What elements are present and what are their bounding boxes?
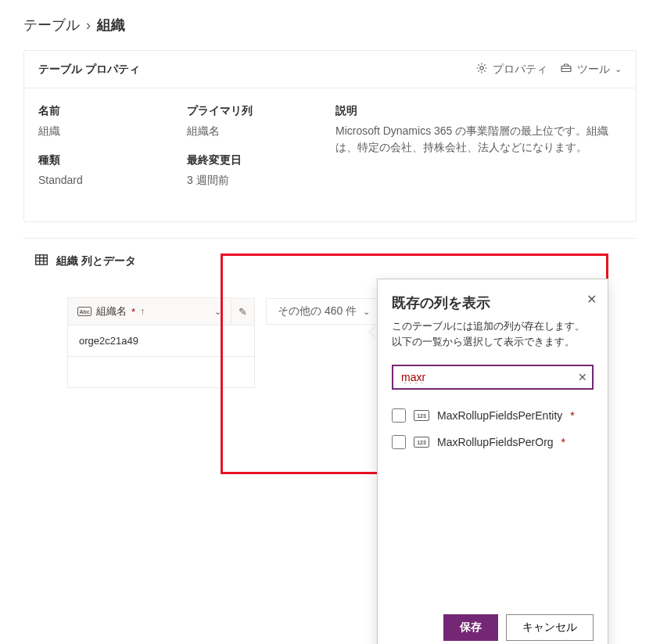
save-button[interactable]: 保存 xyxy=(443,614,498,641)
primary-label: プライマリ列 xyxy=(187,104,335,118)
columns-data-title: 組織 列とデータ xyxy=(56,254,136,268)
panel-search-wrap: ✕ xyxy=(378,357,608,398)
panel-search: ✕ xyxy=(392,365,594,390)
svg-point-0 xyxy=(480,67,483,70)
type-label: 種類 xyxy=(38,153,187,167)
search-input[interactable] xyxy=(392,365,594,390)
tools-action[interactable]: ツール ⌄ xyxy=(560,62,622,77)
modified-value: 3 週間前 xyxy=(187,172,335,189)
required-indicator: * xyxy=(570,409,574,422)
toolbox-icon xyxy=(560,62,572,77)
card-body: 名前 組織 種類 Standard プライマリ列 組織名 最終変更日 3 週間前… xyxy=(24,88,636,221)
cancel-button[interactable]: キャンセル xyxy=(506,614,594,641)
table-row-empty[interactable] xyxy=(67,357,255,388)
close-icon: ✕ xyxy=(578,371,587,383)
column-header-orgname[interactable]: Abc 組織名 * ↑ ⌄ xyxy=(67,297,231,326)
svg-rect-2 xyxy=(36,255,48,264)
close-icon: ✕ xyxy=(586,293,597,306)
other-columns-button[interactable]: その他の 460 件 ⌄ xyxy=(266,298,382,325)
card-header: テーブル プロパティ プロパティ ツール xyxy=(24,51,636,88)
name-label: 名前 xyxy=(38,104,187,118)
type-value: Standard xyxy=(38,172,187,189)
pencil-icon: ✎ xyxy=(239,306,247,318)
column-header-label: 組織名 xyxy=(96,304,127,318)
gear-icon xyxy=(475,62,488,77)
callout-tip xyxy=(371,326,377,338)
number-type-icon: 123 xyxy=(414,437,429,448)
required-indicator: * xyxy=(561,436,565,448)
panel-title: 既存の列を表示 xyxy=(392,293,594,312)
card-actions: プロパティ ツール ⌄ xyxy=(475,62,622,77)
clear-search-button[interactable]: ✕ xyxy=(578,371,587,383)
close-button[interactable]: ✕ xyxy=(586,292,597,307)
list-item[interactable]: 123 MaxRollupFieldsPerOrg * xyxy=(392,429,594,455)
list-item[interactable]: 123 MaxRollupFieldsPerEntity * xyxy=(392,402,594,429)
chevron-down-icon: ⌄ xyxy=(615,64,622,74)
panel-list: 123 MaxRollupFieldsPerEntity * 123 MaxRo… xyxy=(378,398,608,603)
name-value: 組織 xyxy=(38,123,187,139)
columns-data-header: 組織 列とデータ xyxy=(23,246,637,275)
primary-value: 組織名 xyxy=(187,123,335,139)
column-label: MaxRollupFieldsPerEntity xyxy=(437,409,562,422)
modified-label: 最終変更日 xyxy=(187,153,335,167)
panel-footer: 保存 キャンセル xyxy=(378,603,608,644)
data-area: Abc 組織名 * ↑ ⌄ ✎ その他の 460 件 ⌄ orge2c21a49 xyxy=(23,275,637,644)
column-checkbox[interactable] xyxy=(392,408,406,423)
desc-value: Microsoft Dynamics 365 の事業階層の最上位です。組織は、特… xyxy=(335,123,622,156)
text-type-icon: Abc xyxy=(77,307,91,316)
show-existing-columns-panel: 既存の列を表示 ✕ このテーブルには追加の列が存在します。以下の一覧から選択して… xyxy=(377,279,608,644)
column-label: MaxRollupFieldsPerOrg xyxy=(437,436,554,448)
required-indicator: * xyxy=(131,306,135,318)
column-checkbox[interactable] xyxy=(392,435,406,449)
card-title: テーブル プロパティ xyxy=(38,63,140,77)
number-type-icon: 123 xyxy=(414,410,429,421)
breadcrumb-current: 組織 xyxy=(97,16,125,34)
tools-label: ツール xyxy=(577,63,610,77)
edit-column-button[interactable]: ✎ xyxy=(231,298,255,326)
properties-label: プロパティ xyxy=(493,63,547,77)
table-properties-card: テーブル プロパティ プロパティ ツール xyxy=(23,50,637,222)
table-icon xyxy=(34,253,48,269)
sort-ascending-icon: ↑ xyxy=(140,306,145,317)
other-columns-wrap: その他の 460 件 ⌄ xyxy=(266,298,393,326)
panel-header: 既存の列を表示 ✕ このテーブルには追加の列が存在します。以下の一覧から選択して… xyxy=(378,279,608,357)
breadcrumb: テーブル › 組織 xyxy=(0,0,660,50)
desc-label: 説明 xyxy=(335,104,622,118)
table-row[interactable]: orge2c21a49 xyxy=(67,326,255,357)
breadcrumb-separator: › xyxy=(86,17,91,34)
other-columns-label: その他の 460 件 xyxy=(278,304,357,318)
panel-description: このテーブルには追加の列が存在します。以下の一覧から選択して表示できます。 xyxy=(392,318,594,349)
chevron-down-icon: ⌄ xyxy=(363,307,370,317)
properties-action[interactable]: プロパティ xyxy=(475,62,547,77)
chevron-down-icon: ⌄ xyxy=(214,307,221,317)
columns-data-section: 組織 列とデータ Abc 組織名 * ↑ ⌄ ✎ その他の 460 件 ⌄ xyxy=(23,238,637,644)
breadcrumb-parent[interactable]: テーブル xyxy=(23,16,80,34)
